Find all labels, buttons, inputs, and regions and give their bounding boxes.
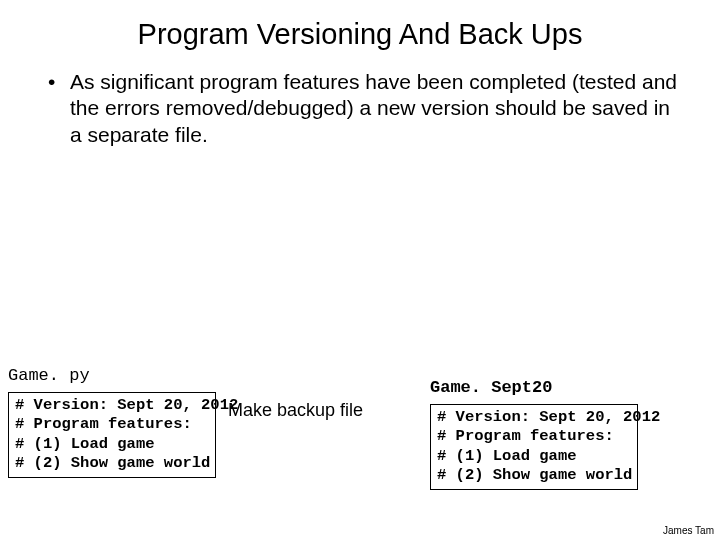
bullet-marker: • (48, 69, 70, 148)
bullet-item: • As significant program features have b… (0, 69, 720, 148)
file-name-right: Game. Sept20 (430, 378, 552, 397)
bullet-text: As significant program features have bee… (70, 69, 680, 148)
arrow-label: Make backup file (228, 400, 363, 421)
code-box-left: # Version: Sept 20, 2012 # Program featu… (8, 392, 216, 478)
diagram-area: Game. py Game. Sept20 # Version: Sept 20… (0, 360, 720, 520)
file-name-left: Game. py (8, 366, 90, 385)
code-box-right: # Version: Sept 20, 2012 # Program featu… (430, 404, 638, 490)
author-attribution: James Tam (663, 525, 714, 536)
slide-title: Program Versioning And Back Ups (0, 0, 720, 69)
